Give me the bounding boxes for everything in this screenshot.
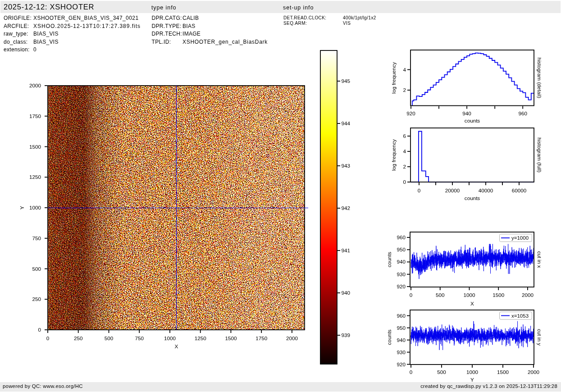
svg-text:cut in y: cut in y xyxy=(537,329,543,346)
svg-text:960: 960 xyxy=(518,110,527,116)
svg-text:histogram (full): histogram (full) xyxy=(537,137,543,172)
svg-text:950: 950 xyxy=(397,246,406,252)
svg-text:4: 4 xyxy=(403,67,406,73)
svg-text:750: 750 xyxy=(135,335,144,341)
svg-text:1000: 1000 xyxy=(463,292,475,298)
svg-text:X: X xyxy=(174,343,178,349)
svg-text:500: 500 xyxy=(436,292,445,298)
svg-text:log frequency: log frequency xyxy=(391,62,397,94)
svg-text:2000: 2000 xyxy=(29,82,41,88)
svg-text:1000: 1000 xyxy=(29,205,41,210)
svg-text:0: 0 xyxy=(46,335,50,341)
svg-text:Y: Y xyxy=(470,377,474,383)
svg-text:2000: 2000 xyxy=(522,292,534,298)
svg-text:940: 940 xyxy=(397,259,406,264)
svg-text:2000: 2000 xyxy=(528,369,540,375)
svg-text:6: 6 xyxy=(403,133,406,139)
svg-text:960: 960 xyxy=(397,234,406,240)
svg-text:940: 940 xyxy=(462,110,471,116)
svg-text:930: 930 xyxy=(397,349,406,355)
svg-text:1500: 1500 xyxy=(225,335,237,341)
svg-text:1500: 1500 xyxy=(497,369,509,375)
svg-text:950: 950 xyxy=(397,325,406,331)
svg-text:counts: counts xyxy=(386,329,392,345)
svg-text:500: 500 xyxy=(437,369,446,375)
svg-text:940: 940 xyxy=(397,337,406,343)
svg-text:500: 500 xyxy=(105,335,114,341)
svg-text:944: 944 xyxy=(342,120,351,126)
svg-text:1250: 1250 xyxy=(29,174,41,180)
svg-text:counts: counts xyxy=(386,252,392,268)
svg-text:930: 930 xyxy=(397,271,406,277)
svg-text:0: 0 xyxy=(410,292,413,298)
svg-text:920: 920 xyxy=(397,361,406,367)
svg-text:750: 750 xyxy=(32,235,41,241)
svg-text:log frequency: log frequency xyxy=(391,139,397,171)
svg-text:250: 250 xyxy=(74,335,83,341)
svg-text:counts: counts xyxy=(465,195,480,201)
svg-text:943: 943 xyxy=(342,163,351,169)
svg-text:500: 500 xyxy=(32,266,41,272)
svg-text:0: 0 xyxy=(410,369,413,375)
svg-text:2: 2 xyxy=(403,87,406,93)
svg-text:2: 2 xyxy=(403,164,406,169)
svg-text:1750: 1750 xyxy=(255,335,268,341)
svg-text:945: 945 xyxy=(342,78,351,84)
svg-text:250: 250 xyxy=(32,296,41,302)
svg-text:1500: 1500 xyxy=(493,292,505,298)
svg-text:941: 941 xyxy=(342,247,351,253)
svg-text:939: 939 xyxy=(342,332,351,338)
svg-text:0: 0 xyxy=(418,187,421,193)
svg-text:60000: 60000 xyxy=(512,187,527,193)
svg-text:4: 4 xyxy=(403,148,406,154)
svg-text:920: 920 xyxy=(397,283,406,289)
svg-text:20000: 20000 xyxy=(445,187,460,193)
svg-text:942: 942 xyxy=(342,205,351,211)
svg-text:0: 0 xyxy=(38,327,41,333)
svg-text:X: X xyxy=(470,301,474,306)
svg-text:y=1000: y=1000 xyxy=(511,235,529,241)
svg-text:960: 960 xyxy=(397,313,406,319)
svg-text:40000: 40000 xyxy=(479,187,493,193)
svg-text:1250: 1250 xyxy=(195,335,207,341)
svg-text:940: 940 xyxy=(342,290,351,296)
svg-text:1750: 1750 xyxy=(29,113,41,119)
svg-text:1000: 1000 xyxy=(466,369,479,375)
svg-text:histogram (detail): histogram (detail) xyxy=(537,58,543,98)
svg-text:x=1053: x=1053 xyxy=(511,313,529,319)
svg-text:counts: counts xyxy=(465,118,480,123)
svg-text:Y: Y xyxy=(19,206,25,210)
svg-text:920: 920 xyxy=(406,110,415,116)
svg-text:2000: 2000 xyxy=(286,335,298,341)
svg-text:1500: 1500 xyxy=(29,144,41,150)
svg-text:1000: 1000 xyxy=(164,335,176,341)
svg-text:cut in x: cut in x xyxy=(537,251,543,268)
svg-text:0: 0 xyxy=(403,179,406,185)
